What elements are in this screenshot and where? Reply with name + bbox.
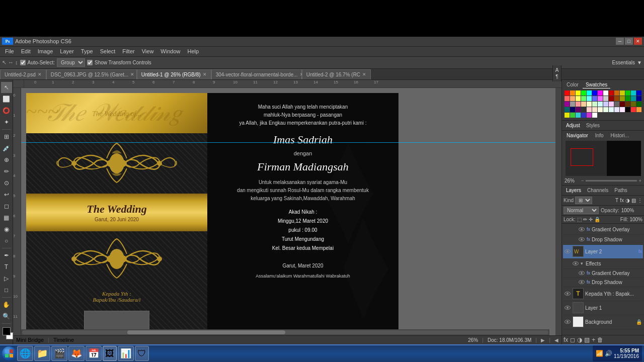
delete-layer-btn[interactable]: 🗑 [597, 336, 603, 343]
timeline-tab[interactable]: Timeline [53, 337, 74, 343]
opacity-value[interactable]: 100% [621, 208, 634, 213]
kind-dropdown[interactable]: ⊞ [575, 197, 592, 204]
lock-all[interactable]: 🔒 [594, 217, 600, 222]
layer-effects-group[interactable]: ▾ Effects [563, 259, 643, 269]
swatch-006600[interactable] [636, 102, 641, 107]
swatch-e5e500[interactable] [565, 113, 570, 118]
taskbar-app6[interactable]: 📊 [118, 346, 134, 361]
tab-layers[interactable]: Layers [564, 187, 584, 194]
swatch-990000[interactable] [609, 96, 614, 101]
swatch-00ff00[interactable] [581, 90, 586, 96]
swatch-e5e5ff[interactable] [614, 107, 619, 112]
swatch-ffe5cc[interactable] [592, 107, 597, 112]
swatch-ffff00[interactable] [576, 90, 581, 96]
tab-vector[interactable]: 304-vector-floral-ornamental-borde...✕ [211, 69, 302, 79]
tab-channels[interactable]: Channels [585, 187, 611, 194]
hand-tool[interactable]: ✋ [1, 299, 12, 310]
menu-window[interactable]: Window [157, 47, 183, 55]
swatch-ff3333[interactable] [631, 107, 636, 112]
horizontal-scrollbar[interactable] [21, 329, 549, 335]
swatch-663300[interactable] [625, 102, 630, 107]
swatch-cc33cc[interactable] [587, 113, 592, 118]
swatch-000066[interactable] [570, 107, 575, 112]
swatch-006666[interactable] [565, 107, 570, 112]
swatch-660066[interactable] [576, 107, 581, 112]
swatch-cccccc[interactable] [603, 96, 608, 101]
swatch-6666ff[interactable] [592, 96, 597, 101]
clone-tool[interactable]: ⊙ [1, 177, 12, 189]
swatch-cc0000[interactable] [609, 90, 614, 96]
layer-vis-gradient2[interactable] [578, 269, 585, 277]
menu-filter[interactable]: Filter [119, 47, 137, 55]
zoom-tool[interactable]: 🔍 [1, 311, 12, 322]
para-tool[interactable]: ¶ [555, 74, 558, 79]
canvas-display[interactable]: The Wedding of... 𝒯𝒽𝑒 𝒲𝑒𝒹𝒹𝒾𝓃𝑔 [21, 88, 555, 335]
blend-mode-dropdown[interactable]: Normal [564, 207, 599, 214]
swatch-ff0000[interactable] [565, 90, 570, 96]
dodge-tool[interactable]: ○ [1, 235, 12, 246]
layer-fx-2[interactable]: fx [638, 249, 642, 254]
swatch-66ffff[interactable] [587, 96, 592, 101]
pen-tool[interactable]: ✒ [1, 250, 12, 261]
tab-untitled2b[interactable]: Untitled-2 @ 16.7% (RC✕ [302, 69, 371, 79]
tab-color[interactable]: Color [564, 81, 582, 88]
zoom-in-icon[interactable]: + [638, 178, 641, 184]
swatch-ffffe5[interactable] [598, 107, 603, 112]
layer-vis-shadow1[interactable] [578, 236, 585, 243]
layers-tool-t[interactable]: T [615, 198, 618, 203]
minimize-button[interactable]: ─ [616, 38, 624, 45]
blur-tool[interactable]: ◉ [1, 224, 12, 235]
swatch-cc6600[interactable] [614, 90, 619, 96]
shape-tool[interactable]: □ [1, 285, 12, 296]
swatch-ccccff[interactable] [603, 102, 608, 107]
mini-bridge-tab[interactable]: Mini Bridge [16, 337, 44, 343]
taskbar-mediaplayer[interactable]: 🎬 [51, 346, 67, 361]
tab-paths[interactable]: Paths [612, 187, 630, 194]
layer-vis-bg[interactable] [564, 318, 571, 325]
swatch-00cc00[interactable] [625, 90, 630, 96]
swatch-666600[interactable] [631, 102, 636, 107]
window-controls[interactable]: ─ □ ✕ [616, 38, 642, 45]
swatch-ff00ff[interactable] [598, 90, 603, 96]
text-tool[interactable]: T [1, 261, 12, 273]
menu-select[interactable]: Select [97, 47, 119, 55]
layer-1[interactable]: Layer 1 [563, 301, 643, 315]
menu-view[interactable]: View [139, 47, 157, 55]
swatch-3333cc[interactable] [581, 113, 586, 118]
layer-2[interactable]: W Layer 2 fx [563, 245, 643, 259]
fill-value[interactable]: 100% [629, 217, 642, 222]
layer-vis-text[interactable] [564, 290, 571, 297]
swatch-ff66ff[interactable] [598, 96, 603, 101]
swatch-ffccff[interactable] [609, 102, 614, 107]
swatch-66ff66[interactable] [581, 96, 586, 101]
swatch-660000[interactable] [620, 102, 625, 107]
menu-help[interactable]: Help [184, 47, 202, 55]
restore-button[interactable]: □ [625, 38, 633, 45]
swatch-000000[interactable] [625, 107, 630, 112]
swatch-ff6666[interactable] [565, 96, 570, 101]
menu-file[interactable]: File [2, 47, 17, 55]
menu-edit[interactable]: Edit [18, 47, 34, 55]
swatch-ffaa66[interactable] [570, 96, 575, 101]
eyedropper-tool[interactable]: 💉 [1, 143, 12, 154]
magic-wand-tool[interactable]: ✦ [1, 117, 12, 128]
brush-tool[interactable]: ✏ [1, 166, 12, 177]
swatch-ffcccc[interactable] [587, 107, 592, 112]
gradient-tool[interactable]: ▦ [1, 212, 12, 223]
layer-vis-effects[interactable] [572, 260, 579, 267]
swatch-333333[interactable] [581, 107, 586, 112]
swatch-ffffcc[interactable] [587, 102, 592, 107]
swatch-33cc33[interactable] [570, 113, 575, 118]
path-tool[interactable]: ▷ [1, 273, 12, 284]
taskbar-ie[interactable]: 🌐 [17, 346, 33, 361]
swatch-009900[interactable] [625, 96, 630, 101]
navigator-preview[interactable] [566, 141, 641, 176]
swatch-00ffff[interactable] [587, 90, 592, 96]
swatch-33cccc[interactable] [576, 113, 581, 118]
swatch-994400[interactable] [614, 96, 619, 101]
swatch-e5ffff[interactable] [609, 107, 614, 112]
add-layer-style-btn[interactable]: fx [564, 336, 568, 343]
tab-untitled1[interactable]: Untitled-1 @ 26% (RGB/8)✕ [137, 69, 211, 79]
taskbar-firefox[interactable]: 🦊 [68, 346, 85, 361]
swatch-e5ffe5[interactable] [603, 107, 608, 112]
